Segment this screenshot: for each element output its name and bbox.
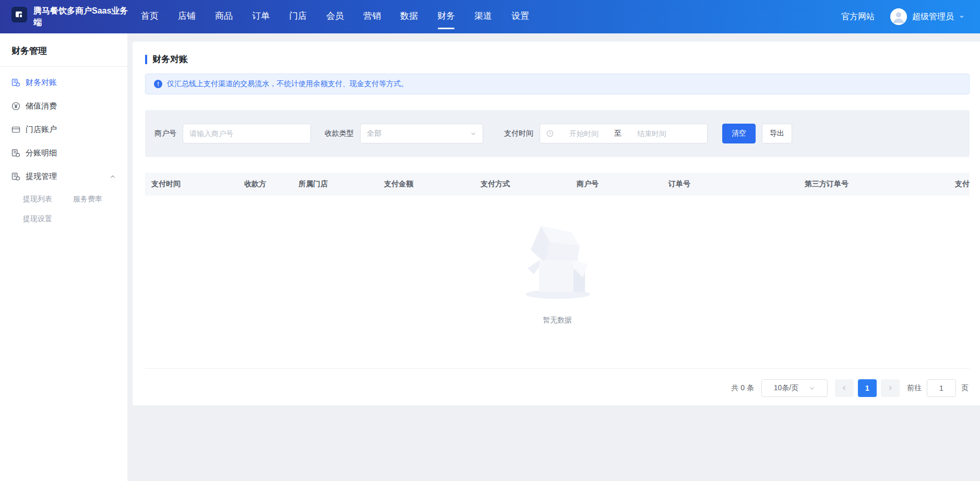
page-title: 财务对账 (152, 53, 188, 65)
sidebar-item-store-accounts[interactable]: 门店账户 (0, 118, 127, 141)
sidebar-item-label: 提现管理 (26, 172, 57, 182)
prev-page-button[interactable] (835, 379, 854, 397)
col-merchant-no: 商户号 (570, 179, 662, 189)
col-third-party-order-no: 第三方订单号 (798, 179, 949, 189)
nav-item-orders[interactable]: 订单 (251, 6, 271, 28)
sidebar-item-label: 储值消费 (26, 101, 57, 111)
payment-type-value: 全部 (367, 129, 381, 138)
merchant-label: 商户号 (154, 129, 176, 138)
next-page-button[interactable] (881, 379, 900, 397)
brand: 腾马餐饮多商户Saas业务端 (11, 5, 133, 28)
table-header: 支付时间 收款方 所属门店 支付金额 支付方式 商户号 订单号 第三方订单号 支… (145, 173, 970, 196)
nav-item-finance[interactable]: 财务 (436, 6, 456, 28)
sidebar-subitem-service-rate[interactable]: 服务费率 (73, 189, 123, 209)
logo-icon (11, 7, 27, 22)
nav-item-data[interactable]: 数据 (399, 6, 419, 28)
filter-panel: 商户号 收款类型 全部 支付时间 (145, 110, 970, 157)
sidebar-subitem-withdraw-settings[interactable]: 提现设置 (23, 209, 73, 229)
payment-type-select[interactable]: 全部 (360, 124, 483, 143)
chevron-down-icon (809, 385, 815, 391)
sidebar-item-withdraw-management[interactable]: 提现管理 (0, 165, 127, 188)
col-pay-clipped: 支付 (949, 179, 970, 189)
pager: 1 (835, 379, 900, 397)
col-pay-time: 支付时间 (145, 179, 238, 189)
col-payee: 收款方 (238, 179, 292, 189)
withdraw-submenu: 提现列表 服务费率 提现设置 (0, 188, 127, 229)
top-navbar: 腾马餐饮多商户Saas业务端 首页 店铺 商品 订单 门店 会员 营销 数据 财… (0, 0, 980, 33)
range-separator: 至 (614, 129, 622, 138)
sidebar-item-label: 财务对账 (26, 78, 57, 88)
goto-page: 前往 页 (907, 379, 969, 397)
page-number-1[interactable]: 1 (858, 379, 877, 397)
sidebar-item-reconciliation[interactable]: 财务对账 (0, 71, 127, 94)
clock-icon (546, 130, 554, 137)
title-accent-bar (145, 55, 147, 64)
avatar (890, 8, 907, 25)
goto-label: 前往 (907, 383, 922, 393)
sidebar-item-label: 分账明细 (26, 148, 57, 158)
sidebar-item-stored-value[interactable]: 储值消费 (0, 94, 127, 118)
reconciliation-card: 财务对账 ! 仅汇总线上支付渠道的交易流水，不统计使用余额支付、现金支付等方式。… (133, 42, 980, 405)
col-amount: 支付金额 (378, 179, 474, 189)
goto-suffix: 页 (961, 383, 969, 393)
clear-button[interactable]: 清空 (722, 124, 756, 143)
merchant-input-box (183, 124, 311, 143)
empty-text: 暂无数据 (518, 316, 596, 325)
empty-state: 暂无数据 (518, 223, 596, 325)
pagination: 共 0 条 10条/页 1 前往 (145, 369, 970, 407)
sidebar: 财务管理 财务对账 储值消费 (0, 33, 127, 481)
official-website-link[interactable]: 官方网站 (841, 11, 875, 22)
nav-item-marketing[interactable]: 营销 (362, 6, 382, 28)
info-alert: ! 仅汇总线上支付渠道的交易流水，不统计使用余额支付、现金支付等方式。 (145, 74, 970, 94)
page-title-row: 财务对账 (145, 53, 970, 65)
nav-item-shop[interactable]: 店铺 (177, 6, 197, 28)
navbar-right: 官方网站 超级管理员 (841, 8, 964, 25)
nav-item-settings[interactable]: 设置 (510, 6, 530, 28)
sidebar-item-split-details[interactable]: 分账明细 (0, 141, 127, 165)
sidebar-item-label: 门店账户 (26, 125, 57, 135)
nav-item-home[interactable]: 首页 (140, 6, 160, 28)
chevron-down-icon (959, 14, 964, 19)
nav-item-stores[interactable]: 门店 (288, 6, 308, 28)
brand-title: 腾马餐饮多商户Saas业务端 (33, 5, 128, 28)
alert-text: 仅汇总线上支付渠道的交易流水，不统计使用余额支付、现金支付等方式。 (167, 79, 408, 89)
ledger-coin-icon (11, 149, 20, 158)
start-time-input[interactable] (556, 129, 612, 138)
chevron-up-icon[interactable] (110, 174, 116, 180)
sidebar-title: 财务管理 (0, 45, 127, 66)
goto-page-input[interactable] (927, 379, 956, 397)
user-name: 超级管理员 (912, 11, 954, 22)
card-icon (11, 125, 20, 134)
pay-time-label: 支付时间 (504, 129, 533, 138)
export-button[interactable]: 导出 (762, 124, 792, 143)
sidebar-subitem-withdraw-list[interactable]: 提现列表 (23, 189, 73, 209)
table-body: 暂无数据 (145, 196, 970, 369)
col-store: 所属门店 (292, 179, 378, 189)
nav-item-goods[interactable]: 商品 (214, 6, 234, 28)
payment-type-label: 收款类型 (325, 129, 354, 138)
ledger-coin-icon (11, 172, 20, 181)
chevron-down-icon (470, 130, 476, 137)
page-size-select[interactable]: 10条/页 (761, 379, 828, 397)
ledger-coin-icon (11, 78, 20, 87)
end-time-input[interactable] (624, 129, 680, 138)
pay-time-range-picker[interactable]: 至 (540, 124, 708, 143)
nav-item-channels[interactable]: 渠道 (473, 6, 493, 28)
page-size-value: 10条/页 (774, 383, 798, 393)
merchant-input[interactable] (189, 129, 304, 138)
divider (0, 66, 127, 67)
yen-circle-icon (11, 102, 20, 111)
col-order-no: 订单号 (662, 179, 798, 189)
total-count: 共 0 条 (731, 383, 754, 393)
main-content: 财务对账 ! 仅汇总线上支付渠道的交易流水，不统计使用余额支付、现金支付等方式。… (127, 33, 980, 481)
nav-item-members[interactable]: 会员 (325, 6, 345, 28)
info-icon: ! (154, 80, 162, 88)
main-nav: 首页 店铺 商品 订单 门店 会员 营销 数据 财务 渠道 设置 (140, 6, 530, 28)
user-menu[interactable]: 超级管理员 (890, 8, 964, 25)
empty-box-illustration (518, 223, 596, 301)
col-pay-method: 支付方式 (474, 179, 570, 189)
